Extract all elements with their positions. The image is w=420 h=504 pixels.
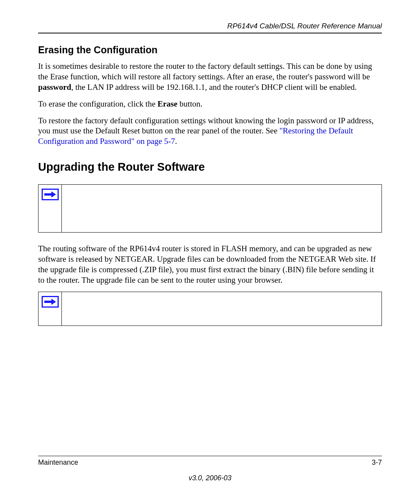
paragraph: The routing software of the RP614v4 rout… [38, 243, 382, 285]
footer-chapter: Maintenance [38, 458, 78, 467]
document-page: RP614v4 Cable/DSL Router Reference Manua… [0, 0, 420, 326]
paragraph: To restore the factory default configura… [38, 116, 382, 147]
note-content [62, 185, 382, 232]
page-footer: Maintenance 3-7 [38, 456, 382, 467]
paragraph: To erase the configuration, click the Er… [38, 99, 382, 109]
note-box [38, 292, 382, 326]
arrow-right-icon [42, 296, 59, 308]
footer-rule [38, 456, 382, 456]
text-run: . [175, 136, 177, 146]
bold-run: password [38, 82, 71, 92]
note-content [62, 292, 382, 326]
text-run: To erase the configuration, click the [38, 99, 158, 108]
section-heading-upgrading: Upgrading the Router Software [38, 161, 382, 173]
svg-rect-2 [44, 301, 51, 303]
footer-version: v3.0, 2006-03 [0, 474, 420, 482]
section-heading-erasing: Erasing the Configuration [38, 44, 382, 56]
note-icon-cell [38, 292, 62, 326]
text-run: button. [177, 99, 202, 108]
note-icon-cell [38, 185, 62, 232]
bold-run: Erase [158, 99, 177, 108]
text-run: , the LAN IP address will be 192.168.1.1… [71, 82, 357, 92]
header-rule [38, 33, 382, 33]
arrow-right-icon [42, 189, 59, 200]
header-doc-title: RP614v4 Cable/DSL Router Reference Manua… [38, 22, 382, 33]
text-run: It is sometimes desirable to restore the… [38, 61, 372, 81]
note-box [38, 184, 382, 233]
svg-marker-1 [51, 191, 56, 198]
svg-marker-3 [51, 299, 56, 305]
paragraph: It is sometimes desirable to restore the… [38, 61, 382, 93]
svg-rect-0 [44, 193, 51, 196]
footer-page-number: 3-7 [372, 458, 382, 467]
